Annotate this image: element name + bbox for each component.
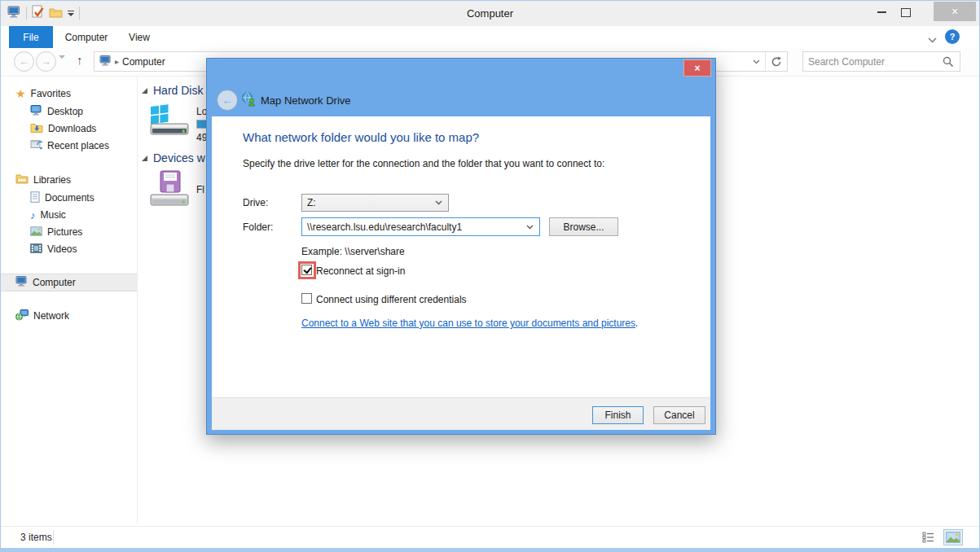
title-bar: Computer × bbox=[1, 1, 979, 26]
tab-view[interactable]: View bbox=[120, 26, 159, 48]
drive-select[interactable]: Z: bbox=[301, 194, 449, 212]
reconnect-checkbox[interactable] bbox=[301, 265, 312, 275]
star-icon: ★ bbox=[15, 88, 26, 99]
credentials-checkbox-label: Connect using different credentials bbox=[316, 294, 467, 305]
dialog-heading: What network folder would you like to ma… bbox=[243, 130, 479, 144]
expander-icon bbox=[142, 156, 147, 161]
search-input[interactable] bbox=[803, 56, 943, 68]
local-disk-item[interactable] bbox=[147, 102, 190, 142]
up-icon: ↑ bbox=[77, 53, 83, 67]
drive-selected-value: Z: bbox=[302, 197, 435, 208]
recent-places-icon bbox=[30, 139, 42, 152]
refresh-button[interactable] bbox=[765, 52, 787, 71]
cancel-button[interactable]: Cancel bbox=[653, 406, 705, 424]
forward-button[interactable]: → bbox=[36, 51, 56, 72]
minimize-icon bbox=[877, 11, 886, 13]
refresh-icon bbox=[771, 56, 782, 68]
forward-icon: → bbox=[41, 55, 51, 68]
link-suffix: . bbox=[635, 318, 638, 329]
network-icon bbox=[15, 309, 29, 323]
web-site-link-row: Connect to a Web site that you can use t… bbox=[301, 318, 638, 329]
computer-icon bbox=[15, 276, 28, 289]
sidebar-item-favorites[interactable]: ★ Favorites bbox=[1, 85, 151, 102]
floppy-drive-icon bbox=[147, 169, 190, 210]
recent-locations-icon[interactable] bbox=[59, 59, 65, 70]
drive-label: Drive: bbox=[243, 197, 268, 208]
minimize-ribbon-icon[interactable] bbox=[928, 34, 937, 46]
help-button[interactable]: ? bbox=[945, 29, 960, 44]
up-button[interactable]: ↑ bbox=[77, 53, 83, 67]
group-header-label: Devices w bbox=[153, 151, 205, 164]
libraries-icon bbox=[15, 173, 29, 186]
computer-icon bbox=[99, 55, 112, 68]
floppy-drive-item[interactable] bbox=[147, 169, 190, 212]
ribbon-tabs: File Computer View ? bbox=[1, 26, 979, 48]
expander-icon bbox=[142, 88, 147, 94]
reconnect-checkbox-label: Reconnect at sign-in bbox=[316, 265, 405, 277]
sidebar-item-network[interactable]: Network bbox=[1, 308, 151, 324]
sidebar-label: Pictures bbox=[47, 226, 82, 238]
sidebar-item-computer[interactable]: Computer bbox=[1, 274, 151, 291]
sidebar-label: Favorites bbox=[31, 88, 71, 99]
credentials-checkbox[interactable] bbox=[301, 293, 312, 304]
window-bottom-border bbox=[1, 548, 979, 551]
dialog-back-button[interactable]: ← bbox=[217, 90, 238, 111]
search-icon[interactable] bbox=[943, 56, 960, 68]
hard-drive-icon bbox=[147, 102, 190, 139]
thumbnail-view-button[interactable] bbox=[943, 529, 963, 545]
close-icon: × bbox=[694, 63, 700, 74]
chevron-right-icon: ▸ bbox=[115, 57, 119, 66]
breadcrumb-item-computer[interactable]: Computer bbox=[122, 56, 165, 68]
sidebar-label: Desktop bbox=[47, 106, 83, 117]
map-network-drive-icon bbox=[241, 92, 257, 109]
sidebar-label: Documents bbox=[45, 192, 94, 204]
folder-value: \\research.lsu.edu\research\faculty1 bbox=[302, 221, 526, 233]
chevron-down-icon bbox=[435, 200, 448, 205]
example-text: Example: \\server\share bbox=[301, 246, 405, 257]
finish-button[interactable]: Finish bbox=[592, 406, 644, 424]
checkmark-icon bbox=[303, 265, 311, 274]
help-icon: ? bbox=[950, 32, 956, 42]
search-box bbox=[802, 51, 960, 72]
picture-icon bbox=[30, 226, 42, 239]
floppy-name: Fl bbox=[196, 184, 204, 195]
sidebar-label: Music bbox=[41, 209, 66, 221]
minimize-button[interactable] bbox=[870, 3, 893, 21]
back-icon: ← bbox=[222, 94, 233, 107]
back-button[interactable]: ← bbox=[14, 51, 34, 72]
maximize-button[interactable] bbox=[894, 3, 917, 21]
tab-file[interactable]: File bbox=[9, 26, 53, 48]
thumbnail-view-icon bbox=[946, 532, 960, 543]
folder-combobox[interactable]: \\research.lsu.edu\research\faculty1 bbox=[301, 217, 540, 236]
sidebar-label: Network bbox=[33, 310, 69, 322]
document-icon bbox=[30, 191, 40, 205]
close-button[interactable]: × bbox=[934, 2, 976, 21]
tab-computer[interactable]: Computer bbox=[61, 26, 112, 48]
back-icon: ← bbox=[19, 55, 29, 68]
group-header-label: Hard Disk bbox=[153, 84, 203, 97]
sidebar-label: Libraries bbox=[33, 174, 71, 186]
items-count: 3 items bbox=[20, 532, 52, 543]
chevron-down-icon bbox=[526, 225, 539, 230]
downloads-icon bbox=[30, 122, 43, 135]
sidebar-item-libraries[interactable]: Libraries bbox=[1, 172, 151, 188]
address-dropdown-button[interactable] bbox=[747, 52, 765, 71]
explorer-window: Computer × File Computer View ? ← → ↑ ▸ … bbox=[0, 0, 980, 552]
map-network-drive-dialog: × ← Map Network Drive What network folde… bbox=[206, 58, 716, 435]
details-view-button[interactable] bbox=[919, 529, 938, 545]
sidebar-label: Videos bbox=[47, 243, 77, 255]
group-header-devices[interactable]: Devices w bbox=[142, 151, 205, 164]
dialog-title: Map Network Drive bbox=[261, 94, 351, 107]
close-icon: × bbox=[951, 5, 958, 18]
desktop-icon bbox=[30, 105, 42, 118]
dialog-close-button[interactable]: × bbox=[683, 59, 711, 77]
music-note-icon: ♪ bbox=[30, 210, 36, 221]
browse-button[interactable]: Browse... bbox=[549, 217, 618, 236]
folder-label: Folder: bbox=[243, 221, 273, 233]
connect-website-link[interactable]: Connect to a Web site that you can use t… bbox=[301, 318, 635, 329]
window-title: Computer bbox=[1, 7, 979, 20]
video-icon bbox=[30, 243, 42, 256]
status-separator bbox=[53, 530, 54, 545]
maximize-icon bbox=[901, 8, 911, 17]
group-header-hard-disks[interactable]: Hard Disk bbox=[142, 84, 203, 97]
